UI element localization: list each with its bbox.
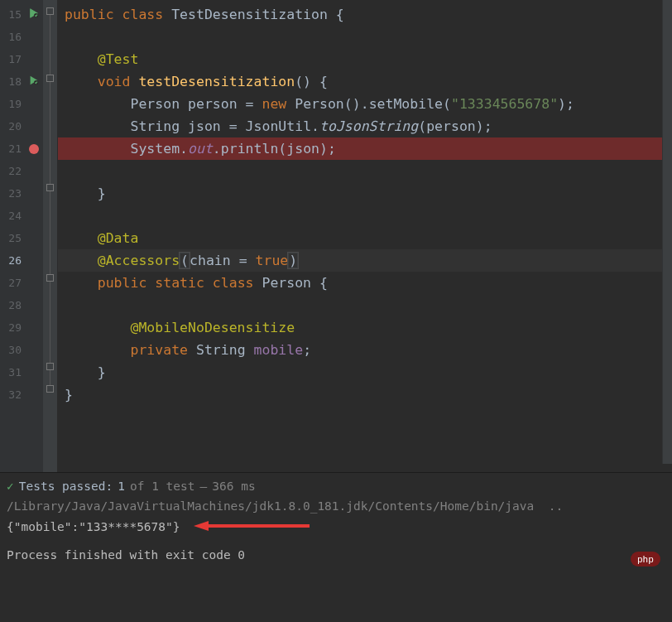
line-number: 16 <box>0 26 25 48</box>
code-editor[interactable]: 15 16 17 18 19 20 21 22 23 24 25 26 27 2… <box>0 0 672 472</box>
line-number: 26 <box>0 249 25 272</box>
line-number: 17 <box>0 48 25 70</box>
code-line-current[interactable]: @Accessors(chain = true) <box>58 249 672 272</box>
code-line[interactable]: private String mobile; <box>58 339 672 361</box>
code-line[interactable]: } <box>58 383 672 406</box>
code-line[interactable] <box>58 160 672 182</box>
tests-passed-count: 1 <box>118 480 125 493</box>
code-line[interactable] <box>58 205 672 227</box>
code-line[interactable]: @MobileNoDesensitize <box>58 316 672 339</box>
line-number: 24 <box>0 205 25 227</box>
fold-handle-icon[interactable] <box>46 184 54 191</box>
tests-status-bar: ✓ Tests passed: 1 of 1 test – 366 ms <box>7 480 665 493</box>
line-number: 32 <box>0 383 25 406</box>
console-command: /Library/Java/JavaVirtualMachines/jdk1.8… <box>7 493 665 513</box>
line-number: 29 <box>0 316 25 339</box>
vertical-scrollbar[interactable] <box>662 0 672 464</box>
line-number: 19 <box>0 93 25 115</box>
tests-dash: – <box>200 480 208 493</box>
code-line[interactable]: public static class Person { <box>58 272 672 294</box>
code-line[interactable]: Person person = new Person().setMobile("… <box>58 93 672 115</box>
line-number-gutter: 15 16 17 18 19 20 21 22 23 24 25 26 27 2… <box>0 0 25 472</box>
code-line[interactable]: } <box>58 361 672 383</box>
fold-handle-icon[interactable] <box>46 274 54 282</box>
line-number: 15 <box>0 3 25 26</box>
annotation-arrow-icon <box>194 519 310 535</box>
console-output: {"mobile":"133****5678"} <box>7 513 665 535</box>
code-line[interactable] <box>58 294 672 316</box>
line-number: 21 <box>0 137 25 160</box>
fold-gutter[interactable] <box>43 0 58 472</box>
fold-handle-icon[interactable] <box>46 7 54 15</box>
code-line[interactable]: @Test <box>58 48 672 70</box>
tests-time: 366 ms <box>212 480 255 493</box>
code-line[interactable] <box>58 406 672 472</box>
line-number: 31 <box>0 361 25 383</box>
breakpoint-icon[interactable] <box>29 144 39 154</box>
gutter-icons <box>25 0 43 472</box>
watermark-logo: php <box>631 552 660 567</box>
line-number: 30 <box>0 339 25 361</box>
tests-total: of 1 test <box>130 480 195 493</box>
run-test-icon[interactable] <box>28 74 40 89</box>
line-number: 28 <box>0 294 25 316</box>
check-icon: ✓ <box>7 480 14 493</box>
fold-handle-icon[interactable] <box>46 75 54 82</box>
run-console[interactable]: ✓ Tests passed: 1 of 1 test – 366 ms /Li… <box>0 472 672 578</box>
code-line[interactable]: public class TestDesensitization { <box>58 3 672 26</box>
fold-handle-icon[interactable] <box>46 363 54 370</box>
fold-handle-icon[interactable] <box>46 385 54 393</box>
code-line[interactable]: @Data <box>58 227 672 249</box>
code-content[interactable]: public class TestDesensitization { @Test… <box>58 0 672 472</box>
run-test-icon[interactable] <box>28 7 40 22</box>
code-line[interactable]: } <box>58 182 672 205</box>
line-number: 27 <box>0 272 25 294</box>
console-exit: Process finished with exit code 0 <box>7 535 665 562</box>
code-line[interactable] <box>58 26 672 48</box>
line-number: 20 <box>0 115 25 137</box>
tests-passed-label: Tests passed: <box>19 480 113 493</box>
line-number: 22 <box>0 160 25 182</box>
line-number: 18 <box>0 70 25 93</box>
code-line-breakpoint[interactable]: System.out.println(json); <box>58 137 672 160</box>
code-line[interactable]: void testDesensitization() { <box>58 70 672 93</box>
line-number: 25 <box>0 227 25 249</box>
line-number: 23 <box>0 182 25 205</box>
code-line[interactable]: String json = JsonUtil.toJsonString(pers… <box>58 115 672 137</box>
svg-marker-6 <box>194 521 209 531</box>
